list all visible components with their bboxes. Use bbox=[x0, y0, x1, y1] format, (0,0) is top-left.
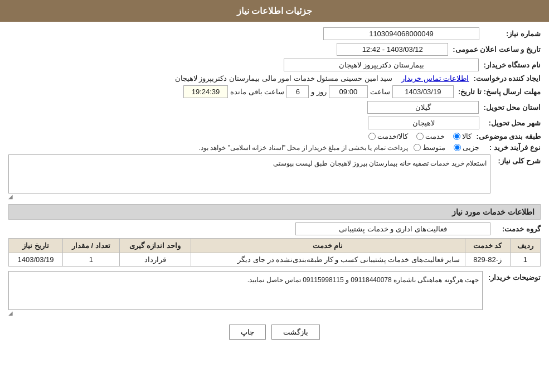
services-table: ردیف کد خدمت نام خدمت واحد اندازه گیری ت… bbox=[8, 238, 541, 267]
category-option-2[interactable]: خدمت bbox=[416, 132, 445, 141]
category-option-2-label: خدمت bbox=[425, 132, 445, 141]
deadline-row: مهلت ارسال پاسخ: تا تاریخ: 1403/03/19 سا… bbox=[8, 85, 541, 98]
purchase-type-note: پرداخت تمام یا بخشی از مبلغ خریدار از مح… bbox=[199, 144, 408, 152]
deadline-label: مهلت ارسال پاسخ: تا تاریخ: bbox=[454, 88, 541, 96]
need-number-label: شماره نیاز: bbox=[479, 30, 541, 38]
cell-name: سایر فعالیت‌های خدمات پشتیبانی کسب و کار… bbox=[191, 253, 465, 267]
service-group-label: گروه خدمت: bbox=[490, 225, 541, 233]
category-option-1[interactable]: کالا bbox=[453, 132, 472, 141]
purchase-type-1-label: جزیی bbox=[463, 143, 479, 152]
cell-qty: 1 bbox=[63, 253, 119, 267]
category-option-1-label: کالا bbox=[462, 132, 472, 141]
page-title: جزئیات اطلاعات نیاز bbox=[237, 6, 313, 16]
buyer-description-label: توضیحات خریدار: bbox=[488, 271, 541, 282]
deadline-days: 6 bbox=[286, 85, 309, 98]
cell-row: 1 bbox=[510, 253, 540, 267]
announce-row: تاریخ و ساعت اعلان عمومی: 1403/03/12 - 1… bbox=[8, 43, 541, 56]
need-description-container: شرح کلی نیاز: استعلام خرید خدمات تصفیه خ… bbox=[8, 154, 541, 200]
purchase-type-row: نوع فرآیند خرید : متوسط جزیی پرداخت تمام… bbox=[8, 143, 541, 152]
col-code: کد خدمت bbox=[465, 239, 510, 253]
need-description-value: استعلام خرید خدمات تصفیه خانه بیمارستان … bbox=[8, 154, 490, 193]
creator-link[interactable]: اطلاعات تماس خریدار bbox=[401, 74, 469, 83]
category-radio-group: کالا/خدمت خدمت کالا bbox=[368, 132, 472, 141]
purchase-type-radio-group: متوسط جزیی bbox=[414, 143, 479, 152]
purchase-type-2[interactable]: متوسط bbox=[414, 143, 445, 152]
deadline-time-label: ساعت bbox=[368, 88, 392, 96]
cell-code: ز-82-829 bbox=[465, 253, 510, 267]
city-label: شهر محل تحویل: bbox=[479, 119, 541, 127]
buyer-description-value: جهت هرگونه هماهنگی باشماره 09118440078 و… bbox=[8, 271, 483, 310]
need-number-row: شماره نیاز: 1103094068000049 bbox=[8, 27, 541, 40]
col-unit: واحد اندازه گیری bbox=[119, 239, 191, 253]
city-value: لاهیجان bbox=[368, 117, 479, 129]
province-value: گیلان bbox=[367, 101, 479, 114]
need-description-label: شرح کلی نیاز: bbox=[496, 154, 541, 165]
resize-handle: ◢ bbox=[8, 193, 490, 200]
province-row: استان محل تحویل: گیلان bbox=[8, 101, 541, 114]
announce-label: تاریخ و ساعت اعلان عمومی: bbox=[448, 45, 541, 54]
services-table-header-row: ردیف کد خدمت نام خدمت واحد اندازه گیری ت… bbox=[9, 239, 541, 253]
category-label: طبقه بندی موضوعی: bbox=[472, 132, 541, 141]
page-wrapper: جزئیات اطلاعات نیاز شماره نیاز: 11030940… bbox=[0, 0, 549, 392]
main-content: شماره نیاز: 1103094068000049 تاریخ و ساع… bbox=[0, 22, 549, 351]
creator-value: سید امین حسینی مسئول خدمات امور مالی بیم… bbox=[175, 74, 393, 83]
print-button[interactable]: چاپ bbox=[229, 325, 266, 340]
deadline-date: 1403/03/19 bbox=[392, 85, 454, 98]
cell-unit: قرارداد bbox=[119, 253, 191, 267]
service-group-row: گروه خدمت: فعالیت‌های اداری و خدمات پشتی… bbox=[8, 222, 541, 235]
province-label: استان محل تحویل: bbox=[479, 103, 541, 112]
table-row: 1 ز-82-829 سایر فعالیت‌های خدمات پشتیبان… bbox=[9, 253, 541, 267]
need-description-content: استعلام خرید خدمات تصفیه خانه بیمارستان … bbox=[8, 154, 490, 200]
city-row: شهر محل تحویل: لاهیجان bbox=[8, 117, 541, 129]
buttons-row: بازگشت چاپ bbox=[8, 325, 541, 340]
buyer-description-container: توضیحات خریدار: جهت هرگونه هماهنگی باشما… bbox=[8, 271, 541, 316]
purchase-type-2-label: متوسط bbox=[422, 143, 445, 152]
col-name: نام خدمت bbox=[191, 239, 465, 253]
buyer-org-value: بیمارستان دکتریپروز لاهیجان bbox=[284, 59, 479, 71]
cell-date: 1403/03/19 bbox=[9, 253, 63, 267]
creator-row: ایجاد کننده درخواست: اطلاعات تماس خریدار… bbox=[8, 74, 541, 83]
col-row: ردیف bbox=[510, 239, 540, 253]
need-number-value: 1103094068000049 bbox=[323, 27, 479, 40]
category-option-3[interactable]: کالا/خدمت bbox=[368, 132, 409, 141]
col-qty: تعداد / مقدار bbox=[63, 239, 119, 253]
service-group-value: فعالیت‌های اداری و خدمات پشتیبانی bbox=[295, 222, 490, 235]
page-header: جزئیات اطلاعات نیاز bbox=[0, 0, 549, 22]
deadline-time: 09:00 bbox=[329, 85, 368, 98]
services-table-head: ردیف کد خدمت نام خدمت واحد اندازه گیری ت… bbox=[9, 239, 541, 253]
category-row: طبقه بندی موضوعی: کالا/خدمت خدمت کالا bbox=[8, 132, 541, 141]
category-option-3-label: کالا/خدمت bbox=[377, 132, 409, 141]
deadline-remaining-label: ساعت باقی مانده bbox=[228, 88, 286, 96]
col-date: تاریخ نیاز bbox=[9, 239, 63, 253]
announce-value: 1403/03/12 - 12:42 bbox=[337, 43, 448, 56]
back-button[interactable]: بازگشت bbox=[271, 325, 320, 340]
purchase-type-label: نوع فرآیند خرید : bbox=[479, 143, 541, 152]
buyer-org-row: نام دستگاه خریدار: بیمارستان دکتریپروز ل… bbox=[8, 59, 541, 71]
buyer-org-label: نام دستگاه خریدار: bbox=[479, 61, 541, 69]
deadline-days-label: روز و bbox=[309, 88, 329, 96]
creator-label: ایجاد کننده درخواست: bbox=[469, 74, 541, 83]
buyer-resize-handle: ◢ bbox=[8, 310, 483, 316]
services-section-title: اطلاعات خدمات مورد نیاز bbox=[8, 204, 541, 220]
deadline-remaining: 19:24:39 bbox=[183, 85, 228, 98]
services-table-body: 1 ز-82-829 سایر فعالیت‌های خدمات پشتیبان… bbox=[9, 253, 541, 267]
purchase-type-1[interactable]: جزیی bbox=[454, 143, 479, 152]
buyer-description-content: جهت هرگونه هماهنگی باشماره 09118440078 و… bbox=[8, 271, 483, 316]
